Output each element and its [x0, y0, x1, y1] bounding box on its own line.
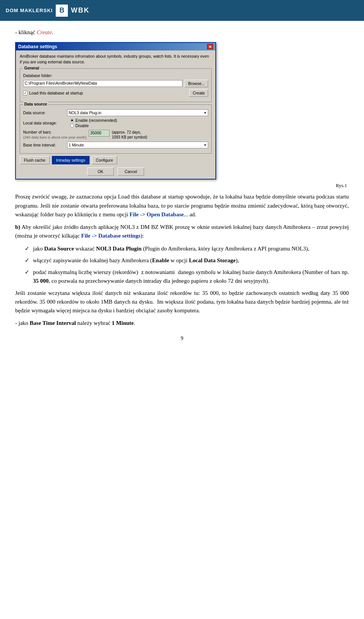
general-section: General Database folder: C:\Program File…	[20, 68, 212, 102]
para1: Proszę zwrócić uwagę, że zaznaczona opcj…	[15, 192, 349, 219]
folder-input[interactable]: C:\Program Files\AmiBroker\MyNewData	[23, 80, 182, 87]
bars-row: Number of bars: (260 daily bars is about…	[23, 130, 208, 140]
dialog-close-button[interactable]: ✕	[207, 44, 213, 49]
ok-cancel-row: OK Cancel	[20, 167, 212, 176]
logo: DOM MAKLERSKI B WBK	[6, 5, 89, 17]
para2-b: b)	[15, 224, 20, 230]
data-source-section: Data source Data source: NOL3 data Plug-…	[20, 104, 212, 154]
bars-input[interactable]: 35000	[89, 130, 110, 137]
folder-label: Database folder:	[23, 73, 61, 78]
lds-radio-group: Enable (recommended) Disable	[70, 118, 117, 128]
1-minute-bold: 1 Minute	[112, 320, 134, 326]
bars-label: Number of bars: (260 daily bars is about…	[23, 130, 86, 140]
bars-note: (approx. 72 days, 1093 KB per symbol)	[112, 130, 147, 140]
dropdown-arrow-icon: ▼	[204, 111, 207, 115]
lds-enable-label: Enable (recommended)	[75, 118, 117, 123]
list-item-2: włączyć zapisywanie do lokalnej bazy Ami…	[25, 256, 349, 265]
ds-row: Data source: NOL3 data Plug-in ▼	[23, 109, 208, 116]
intraday-button[interactable]: Intraday settings	[52, 156, 89, 164]
local-data-storage-bold: Local Data Storage	[189, 257, 235, 263]
35000-bold: 35 000	[33, 278, 49, 284]
para3: Jeśli zostanie wczytana większa ilość da…	[15, 289, 349, 315]
para4: - jako Base Time Interval należy wybrać …	[15, 319, 349, 328]
intro-suffix: .	[52, 29, 53, 35]
lds-label: Local data storage:	[23, 121, 65, 125]
close-icon: ✕	[209, 45, 212, 49]
data-source-bold: Data Source	[44, 246, 74, 252]
dialog-window: Database settings ✕ AmiBroker database m…	[15, 42, 216, 180]
ok-button[interactable]: OK	[87, 167, 114, 176]
flush-cache-button[interactable]: Flush cache	[20, 156, 50, 164]
page-content: - kliknąć Create. Database settings ✕ Am…	[0, 21, 364, 357]
lds-row: Local data storage: Enable (recommended)…	[23, 118, 208, 128]
dialog-container: Database settings ✕ AmiBroker database m…	[15, 42, 349, 180]
intro-paragraph: - kliknąć Create.	[15, 28, 349, 36]
base-time-interval-bold: Base Time Interval	[30, 320, 76, 326]
startup-checkbox-label: Load this database at startup	[29, 91, 83, 95]
create-link: Create	[37, 29, 52, 35]
dialog-description: AmiBroker database maintains infromation…	[20, 54, 212, 65]
list-item-3: podać maksymalną liczbę wierszy (rekordó…	[25, 268, 349, 286]
lds-enable-row: Enable (recommended)	[70, 118, 117, 123]
action-buttons-row: Flush cache Intraday settings Configure	[20, 156, 212, 164]
startup-checkbox[interactable]: ✓	[23, 91, 28, 95]
create-button[interactable]: Create	[189, 89, 208, 97]
base-time-row: Base time interval: 1 Minute ▼	[23, 142, 208, 148]
folder-row: Database folder:	[23, 73, 208, 78]
cancel-button[interactable]: Cancel	[118, 167, 144, 176]
para2: b) Aby określić jako źródło danych aplik…	[15, 223, 349, 241]
base-time-label: Base time interval:	[23, 143, 65, 147]
base-time-dropdown[interactable]: 1 Minute ▼	[67, 142, 208, 148]
logo-dm-text: DOM MAKLERSKI	[6, 8, 53, 13]
lds-enable-radio[interactable]	[70, 118, 74, 122]
browse-button[interactable]: Browse...	[185, 80, 208, 87]
dialog-title: Database settings	[18, 44, 57, 49]
lds-disable-radio[interactable]	[70, 124, 74, 128]
file-open-link: File -> Open Database	[130, 211, 184, 217]
lds-disable-row: Disable	[70, 123, 117, 128]
logo-b-box: B	[56, 5, 68, 17]
nol3-plugin-bold: NOL3 Data Plugin	[96, 246, 141, 252]
ds-label: Data source:	[23, 110, 65, 115]
ds-dropdown[interactable]: NOL3 data Plug-in ▼	[67, 109, 208, 116]
enable-bold: Enable	[152, 257, 169, 263]
base-time-arrow-icon: ▼	[204, 143, 207, 147]
header: DOM MAKLERSKI B WBK	[0, 0, 364, 21]
data-source-section-title: Data source	[23, 102, 48, 106]
general-section-title: General	[23, 66, 40, 70]
startup-checkbox-row: ✓ Load this database at startup Create	[23, 89, 208, 97]
dialog-body: AmiBroker database maintains infromation…	[16, 50, 215, 179]
dialog-titlebar: Database settings ✕	[16, 43, 215, 50]
logo-wbk-text: WBK	[71, 6, 89, 14]
page-number: 9	[15, 335, 349, 342]
configure-button[interactable]: Configure	[92, 156, 118, 164]
check-list: jako Data Source wskazać NOL3 Data Plugi…	[25, 244, 349, 286]
list-item-1: jako Data Source wskazać NOL3 Data Plugi…	[25, 244, 349, 253]
logo-b-letter: B	[60, 6, 64, 14]
folder-input-row: C:\Program Files\AmiBroker\MyNewData Bro…	[23, 80, 208, 87]
intro-prefix: - kliknąć	[15, 29, 37, 35]
file-database-settings-link: File -> Database settings	[81, 233, 140, 239]
caption: Rys.1	[15, 183, 347, 189]
lds-disable-label: Disable	[75, 123, 89, 128]
